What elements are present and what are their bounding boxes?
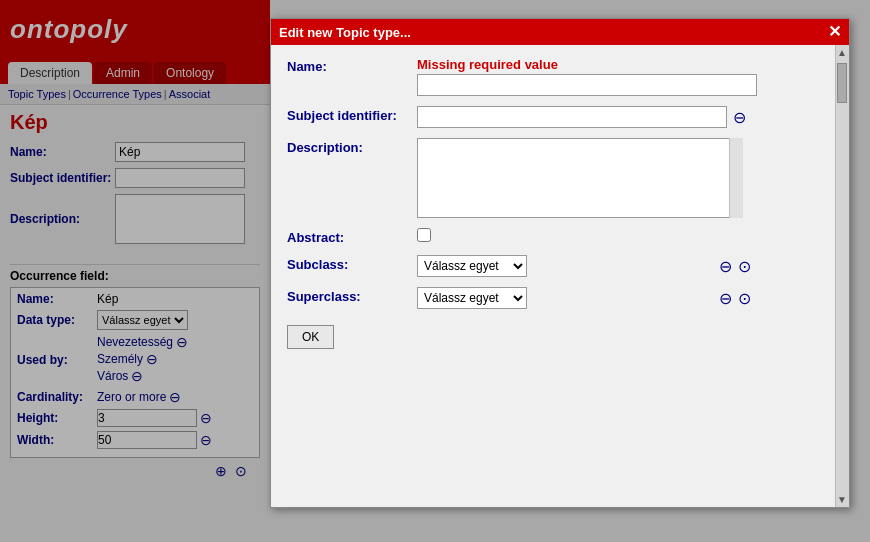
dialog-titlebar: Edit new Topic type... ✕	[271, 19, 849, 45]
edit-topic-type-dialog: Edit new Topic type... ✕ Name: Missing r…	[270, 18, 850, 508]
dialog-subject-id-row: Subject identifier: ⊖	[287, 106, 819, 128]
dialog-superclass-remove-icon[interactable]: ⊖	[719, 289, 732, 308]
dialog-superclass-dot-icon[interactable]: ⊙	[738, 289, 751, 308]
textarea-scrollbar	[729, 138, 743, 218]
dialog-subclass-select[interactable]: Válassz egyet	[417, 255, 527, 277]
app-container: ontopoly Description Admin Ontology Topi…	[0, 0, 870, 542]
dialog-subclass-field-wrap: Válassz egyet ⊖ ⊙	[417, 255, 751, 277]
dialog-superclass-row: Superclass: Válassz egyet ⊖ ⊙	[287, 287, 819, 309]
dialog-body: Name: Missing required value Subject ide…	[271, 45, 835, 507]
dialog-subject-id-field-wrap: ⊖	[417, 106, 746, 128]
dialog-subject-id-input[interactable]	[417, 106, 727, 128]
dialog-abstract-row: Abstract:	[287, 228, 819, 245]
dialog-subject-id-remove-icon[interactable]: ⊖	[733, 108, 746, 127]
dialog-name-row: Name: Missing required value	[287, 57, 819, 96]
dialog-subclass-remove-icon[interactable]: ⊖	[719, 257, 732, 276]
dialog-name-label: Name:	[287, 57, 417, 74]
dialog-ok-row: OK	[287, 319, 819, 349]
dialog-overlay: Edit new Topic type... ✕ Name: Missing r…	[0, 0, 870, 542]
dialog-superclass-select[interactable]: Válassz egyet	[417, 287, 527, 309]
dialog-abstract-label: Abstract:	[287, 228, 417, 245]
dialog-subclass-row: Subclass: Válassz egyet ⊖ ⊙	[287, 255, 819, 277]
dialog-name-field-wrap: Missing required value	[417, 57, 757, 96]
dialog-subclass-dot-icon[interactable]: ⊙	[738, 257, 751, 276]
dialog-close-button[interactable]: ✕	[828, 24, 841, 40]
scroll-thumb	[837, 63, 847, 103]
dialog-textarea-wrap	[417, 138, 743, 218]
dialog-title: Edit new Topic type...	[279, 25, 411, 40]
name-error-text: Missing required value	[417, 57, 558, 72]
dialog-ok-button[interactable]: OK	[287, 325, 334, 349]
dialog-subclass-label: Subclass:	[287, 255, 417, 272]
dialog-description-textarea[interactable]	[417, 138, 743, 218]
dialog-description-label: Description:	[287, 138, 417, 155]
dialog-superclass-field-wrap: Válassz egyet ⊖ ⊙	[417, 287, 751, 309]
dialog-name-input[interactable]	[417, 74, 757, 96]
dialog-subject-id-label: Subject identifier:	[287, 106, 417, 123]
dialog-scrollbar[interactable]	[835, 45, 849, 507]
dialog-superclass-label: Superclass:	[287, 287, 417, 304]
dialog-description-row: Description:	[287, 138, 819, 218]
dialog-abstract-checkbox[interactable]	[417, 228, 431, 242]
